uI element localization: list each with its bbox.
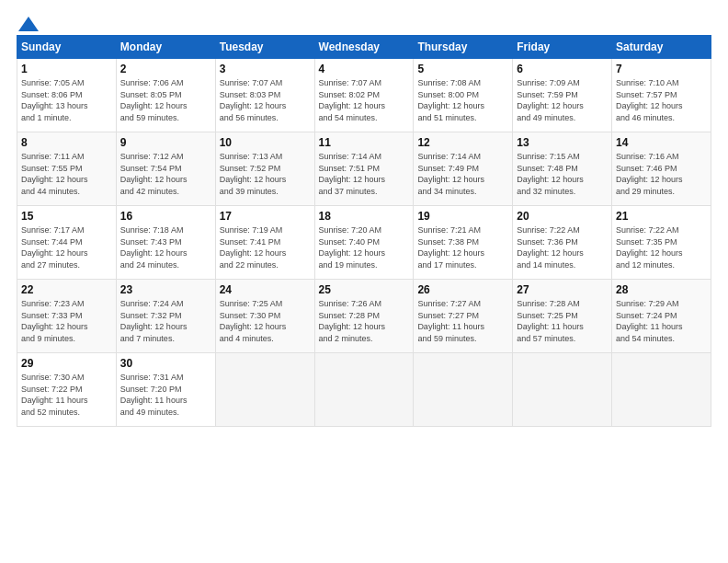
calendar-cell: 10Sunrise: 7:13 AM Sunset: 7:52 PM Dayli… [215,132,314,206]
day-number: 20 [517,210,608,223]
col-header-thursday: Thursday [414,36,513,59]
day-info: Sunrise: 7:25 AM Sunset: 7:30 PM Dayligh… [220,298,311,344]
day-info: Sunrise: 7:22 AM Sunset: 7:36 PM Dayligh… [517,224,608,270]
day-info: Sunrise: 7:07 AM Sunset: 8:02 PM Dayligh… [319,77,410,123]
day-info: Sunrise: 7:27 AM Sunset: 7:27 PM Dayligh… [417,298,508,344]
calendar-cell: 3Sunrise: 7:07 AM Sunset: 8:03 PM Daylig… [215,59,314,132]
col-header-saturday: Saturday [612,36,711,59]
day-info: Sunrise: 7:10 AM Sunset: 7:57 PM Dayligh… [616,77,707,123]
calendar-cell [314,353,414,427]
day-info: Sunrise: 7:15 AM Sunset: 7:48 PM Dayligh… [517,151,608,197]
calendar-cell [513,353,612,427]
day-number: 14 [616,136,707,149]
col-header-monday: Monday [116,36,215,59]
day-info: Sunrise: 7:31 AM Sunset: 7:20 PM Dayligh… [120,372,211,418]
calendar-cell: 15Sunrise: 7:17 AM Sunset: 7:44 PM Dayli… [17,206,117,280]
day-number: 5 [417,63,508,75]
day-number: 17 [220,210,311,223]
calendar-cell [612,353,711,427]
calendar-table: SundayMondayTuesdayWednesdayThursdayFrid… [17,35,711,427]
calendar-cell: 11Sunrise: 7:14 AM Sunset: 7:51 PM Dayli… [314,132,414,206]
calendar-cell: 28Sunrise: 7:29 AM Sunset: 7:24 PM Dayli… [612,280,711,353]
day-info: Sunrise: 7:23 AM Sunset: 7:33 PM Dayligh… [21,298,112,344]
day-info: Sunrise: 7:26 AM Sunset: 7:28 PM Dayligh… [319,298,410,344]
col-header-tuesday: Tuesday [215,36,314,59]
day-number: 30 [120,357,211,370]
day-number: 25 [319,283,410,296]
calendar-header-row: SundayMondayTuesdayWednesdayThursdayFrid… [17,36,711,59]
day-number: 8 [21,136,112,149]
day-info: Sunrise: 7:20 AM Sunset: 7:40 PM Dayligh… [319,224,410,270]
day-number: 7 [616,63,707,75]
day-number: 4 [319,63,410,75]
calendar-cell: 29Sunrise: 7:30 AM Sunset: 7:22 PM Dayli… [17,353,117,427]
calendar-cell: 22Sunrise: 7:23 AM Sunset: 7:33 PM Dayli… [17,280,117,353]
day-number: 16 [120,210,211,223]
day-number: 27 [517,283,608,296]
day-info: Sunrise: 7:09 AM Sunset: 7:59 PM Dayligh… [517,77,608,123]
calendar-week-row: 8Sunrise: 7:11 AM Sunset: 7:55 PM Daylig… [17,132,711,206]
day-info: Sunrise: 7:17 AM Sunset: 7:44 PM Dayligh… [21,224,112,270]
day-info: Sunrise: 7:29 AM Sunset: 7:24 PM Dayligh… [616,298,707,344]
calendar-week-row: 1Sunrise: 7:05 AM Sunset: 8:06 PM Daylig… [17,59,711,132]
day-number: 15 [21,210,112,223]
day-info: Sunrise: 7:18 AM Sunset: 7:43 PM Dayligh… [120,224,211,270]
calendar-cell: 24Sunrise: 7:25 AM Sunset: 7:30 PM Dayli… [215,280,314,353]
day-number: 26 [417,283,508,296]
day-number: 29 [21,357,112,370]
day-info: Sunrise: 7:21 AM Sunset: 7:38 PM Dayligh… [417,224,508,270]
calendar-cell [414,353,513,427]
day-info: Sunrise: 7:30 AM Sunset: 7:22 PM Dayligh… [21,372,112,418]
day-info: Sunrise: 7:11 AM Sunset: 7:55 PM Dayligh… [21,151,112,197]
col-header-wednesday: Wednesday [314,36,414,59]
day-info: Sunrise: 7:05 AM Sunset: 8:06 PM Dayligh… [21,77,112,123]
day-number: 3 [220,63,311,75]
day-info: Sunrise: 7:28 AM Sunset: 7:25 PM Dayligh… [517,298,608,344]
day-number: 22 [21,283,112,296]
calendar-cell: 1Sunrise: 7:05 AM Sunset: 8:06 PM Daylig… [17,59,117,132]
calendar-cell: 21Sunrise: 7:22 AM Sunset: 7:35 PM Dayli… [612,206,711,280]
calendar-week-row: 22Sunrise: 7:23 AM Sunset: 7:33 PM Dayli… [17,280,711,353]
calendar-cell: 23Sunrise: 7:24 AM Sunset: 7:32 PM Dayli… [116,280,215,353]
calendar-cell: 30Sunrise: 7:31 AM Sunset: 7:20 PM Dayli… [116,353,215,427]
header [17,17,711,29]
calendar-cell: 14Sunrise: 7:16 AM Sunset: 7:46 PM Dayli… [612,132,711,206]
day-info: Sunrise: 7:19 AM Sunset: 7:41 PM Dayligh… [220,224,311,270]
day-info: Sunrise: 7:13 AM Sunset: 7:52 PM Dayligh… [220,151,311,197]
page-container: SundayMondayTuesdayWednesdayThursdayFrid… [0,0,728,436]
calendar-cell [215,353,314,427]
logo-icon [18,17,39,31]
day-number: 28 [616,283,707,296]
day-info: Sunrise: 7:06 AM Sunset: 8:05 PM Dayligh… [120,77,211,123]
calendar-cell: 12Sunrise: 7:14 AM Sunset: 7:49 PM Dayli… [414,132,513,206]
calendar-cell: 6Sunrise: 7:09 AM Sunset: 7:59 PM Daylig… [513,59,612,132]
day-number: 11 [319,136,410,149]
day-number: 9 [120,136,211,149]
calendar-cell: 25Sunrise: 7:26 AM Sunset: 7:28 PM Dayli… [314,280,414,353]
calendar-cell: 13Sunrise: 7:15 AM Sunset: 7:48 PM Dayli… [513,132,612,206]
day-number: 2 [120,63,211,75]
day-number: 18 [319,210,410,223]
calendar-week-row: 29Sunrise: 7:30 AM Sunset: 7:22 PM Dayli… [17,353,711,427]
calendar-cell: 17Sunrise: 7:19 AM Sunset: 7:41 PM Dayli… [215,206,314,280]
logo [17,17,39,29]
calendar-cell: 2Sunrise: 7:06 AM Sunset: 8:05 PM Daylig… [116,59,215,132]
col-header-friday: Friday [513,36,612,59]
day-info: Sunrise: 7:22 AM Sunset: 7:35 PM Dayligh… [616,224,707,270]
day-info: Sunrise: 7:07 AM Sunset: 8:03 PM Dayligh… [220,77,311,123]
day-number: 21 [616,210,707,223]
calendar-cell: 8Sunrise: 7:11 AM Sunset: 7:55 PM Daylig… [17,132,117,206]
day-info: Sunrise: 7:14 AM Sunset: 7:49 PM Dayligh… [417,151,508,197]
day-number: 19 [417,210,508,223]
col-header-sunday: Sunday [17,36,117,59]
calendar-cell: 5Sunrise: 7:08 AM Sunset: 8:00 PM Daylig… [414,59,513,132]
calendar-cell: 9Sunrise: 7:12 AM Sunset: 7:54 PM Daylig… [116,132,215,206]
day-info: Sunrise: 7:12 AM Sunset: 7:54 PM Dayligh… [120,151,211,197]
calendar-cell: 26Sunrise: 7:27 AM Sunset: 7:27 PM Dayli… [414,280,513,353]
calendar-cell: 4Sunrise: 7:07 AM Sunset: 8:02 PM Daylig… [314,59,414,132]
calendar-cell: 16Sunrise: 7:18 AM Sunset: 7:43 PM Dayli… [116,206,215,280]
day-number: 23 [120,283,211,296]
day-number: 12 [417,136,508,149]
day-info: Sunrise: 7:08 AM Sunset: 8:00 PM Dayligh… [417,77,508,123]
calendar-week-row: 15Sunrise: 7:17 AM Sunset: 7:44 PM Dayli… [17,206,711,280]
